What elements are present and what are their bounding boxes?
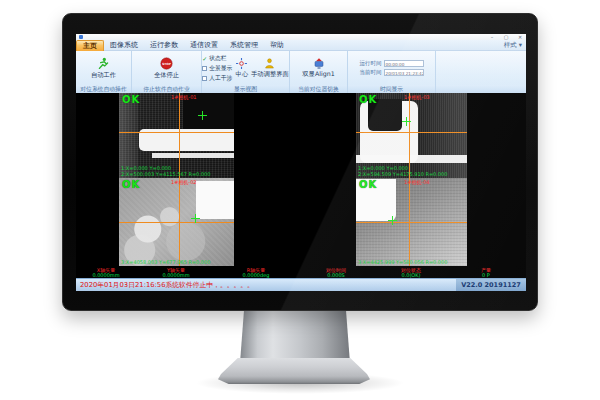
center-label: 中心 (235, 70, 248, 79)
camera-label: 1#相机-03 (404, 94, 430, 100)
camera-view-top-right[interactable]: OK 1#相机-03 1:X=0.000 Y=0.000 2:X=594.509… (356, 93, 467, 178)
coord-line: 3:X=4058.003 Y=677.965 R=0.000 (121, 259, 210, 265)
stat-value: 0.0000mm (162, 273, 189, 278)
align-display-icon (313, 57, 325, 69)
stop-all-label: 全体停止 (154, 71, 179, 80)
dual-display-align-button[interactable]: 双显Align1 (302, 57, 334, 79)
menu-bar: 主页 图像系统 运行参数 通信设置 系统管理 帮助 样式 ▾ (76, 40, 526, 51)
crosshair-horizontal (356, 132, 467, 133)
check-icon: ✓ (202, 56, 207, 61)
result-badge: OK (359, 94, 377, 105)
manual-adjust-label: 手动调整界面 (251, 70, 289, 79)
current-time-label: 当前时间 (360, 69, 382, 76)
desktop-background: – ▢ ✕ 主页 图像系统 运行参数 通信设置 系统管理 帮助 样式 ▾ (0, 0, 600, 400)
mark-cross-icon (198, 111, 207, 120)
camera-view-top-left[interactable]: OK 1#相机-01 1:X=0.000 Y=0.000 2:X=500.003… (119, 93, 234, 178)
stat-yield: 产量 0 P (446, 267, 526, 278)
monitor-stand-neck (240, 305, 350, 363)
camera-label: 1#相机-04 (404, 179, 430, 185)
ribbon-group-time: 运行时间 00:00:00 当前时间 20/01/03 21:23:42 时间显… (348, 51, 436, 93)
manual-adjust-button[interactable]: 手动调整界面 (251, 58, 289, 79)
camera-label: 1#相机-02 (171, 179, 197, 185)
stat-value: 0.0(OK) (401, 273, 420, 278)
ribbon-toolbar: 自动工作 对位系统自动操作 STOP 全体停止 (76, 51, 526, 93)
stat-r-vector: R轴矢量 0.0000deg (216, 267, 296, 278)
status-bar: 2020年01月03日21:16:56系统软件停止中，。。。。。 V22.0 2… (76, 278, 526, 291)
statusbar-checkbox[interactable]: ✓ 状态栏 (202, 54, 232, 63)
ribbon-group-auto: 自动工作 对位系统自动操作 (76, 51, 132, 93)
camera-label: 1#相机-01 (171, 94, 197, 100)
current-time-field[interactable]: 20/01/03 21:23:42 (384, 69, 424, 76)
auto-work-label: 自动工作 (91, 71, 116, 80)
center-button[interactable]: 中心 (235, 58, 248, 79)
mark-cross-icon (388, 216, 397, 225)
ribbon-group-view: ✓ 状态栏 全景显示 人工干涉 (202, 51, 290, 93)
panorama-checkbox[interactable]: 全景显示 (202, 64, 232, 73)
manual-intervene-checkbox-label: 人工干涉 (209, 74, 232, 83)
group-label-auto: 对位系统自动操作 (76, 85, 131, 93)
crosshair-horizontal (119, 222, 234, 223)
stat-value: 0.000S (327, 273, 345, 278)
coord-line: 3:X=4425.999 Y=580.056 R=0.000 (358, 259, 447, 265)
stat-value: 0.0000deg (243, 273, 270, 278)
mark-cross-icon (191, 214, 200, 223)
stat-x-vector: X轴矢量 0.0000mm (76, 267, 136, 278)
target-icon (236, 58, 247, 69)
stat-align-time: 对位时间 0.000S (296, 267, 376, 278)
mark-cross-icon (402, 117, 411, 126)
person-icon (264, 58, 275, 69)
runtime-field[interactable]: 00:00:00 (384, 60, 424, 67)
style-menu[interactable]: 样式 ▾ (504, 41, 526, 50)
result-badge: OK (122, 179, 140, 190)
monitor-stand-base (218, 358, 370, 384)
svg-text:STOP: STOP (162, 61, 172, 65)
camera-grid: OK 1#相机-01 1:X=0.000 Y=0.000 2:X=500.003… (76, 93, 526, 267)
status-message: 2020年01月03日21:16:56系统软件停止中，。。。。。 (76, 280, 456, 290)
manual-intervene-checkbox[interactable]: 人工干涉 (202, 74, 232, 83)
coord-line: 2:X=594.509 Y=4175.910 R=0.000 (358, 171, 447, 177)
result-badge: OK (122, 94, 140, 105)
auto-work-button[interactable]: 自动工作 (91, 57, 116, 80)
statusbar-checkbox-label: 状态栏 (209, 54, 226, 63)
coord-line: 2:X=500.003 Y=4115.567 R=0.000 (121, 171, 210, 177)
part-image-region (152, 153, 234, 158)
tab-system-manage[interactable]: 系统管理 (224, 40, 264, 50)
coordinate-readout: 3:X=4425.999 Y=580.056 R=0.000 (358, 259, 447, 265)
stat-y-vector: Y轴矢量 0.0000mm (136, 267, 216, 278)
tab-image-system[interactable]: 图像系统 (104, 40, 144, 50)
coordinate-readout: 1:X=0.000 Y=0.000 2:X=594.509 Y=4175.910… (358, 165, 447, 177)
runner-icon (97, 57, 110, 70)
coordinate-readout: 3:X=4058.003 Y=677.965 R=0.000 (121, 259, 210, 265)
group-label-aligner: 当前对位器切换 (290, 85, 347, 93)
stop-icon: STOP (160, 57, 173, 70)
part-image-region (196, 181, 234, 219)
ribbon-group-aligner: 双显Align1 当前对位器切换 (290, 51, 348, 93)
tab-help[interactable]: 帮助 (264, 40, 290, 50)
stat-align-status: 对位状态 0.0(OK) (376, 267, 446, 278)
application-window: – ▢ ✕ 主页 图像系统 运行参数 通信设置 系统管理 帮助 样式 ▾ (76, 34, 526, 291)
part-image-region (356, 155, 467, 163)
crosshair-horizontal (119, 132, 234, 133)
group-label-time: 时间显示 (348, 85, 435, 93)
group-label-stop: 停止软件自动作业 (132, 85, 201, 93)
view-options: ✓ 状态栏 全景显示 人工干涉 (202, 54, 232, 83)
tab-home[interactable]: 主页 (76, 40, 104, 51)
ribbon-filler (436, 51, 526, 93)
camera-view-bottom-left[interactable]: OK 1#相机-02 3:X=4058.003 Y=677.965 R=0.00… (119, 178, 234, 266)
checkbox-icon (202, 66, 207, 71)
panorama-checkbox-label: 全景显示 (209, 64, 232, 73)
crosshair-horizontal (356, 222, 467, 223)
runtime-label: 运行时间 (360, 60, 382, 67)
monitor-bezel: – ▢ ✕ 主页 图像系统 运行参数 通信设置 系统管理 帮助 样式 ▾ (62, 13, 538, 311)
group-label-view: 显示视图 (202, 85, 289, 93)
coordinate-readout: 1:X=0.000 Y=0.000 2:X=500.003 Y=4115.567… (121, 165, 210, 177)
ribbon-group-stop: STOP 全体停止 停止软件自动作业 (132, 51, 202, 93)
camera-view-bottom-right[interactable]: OK 1#相机-04 3:X=4425.999 Y=580.056 R=0.00… (356, 178, 467, 266)
stop-all-button[interactable]: STOP 全体停止 (154, 57, 179, 80)
stat-value: 0 P (482, 273, 490, 278)
alignment-stats-row: X轴矢量 0.0000mm Y轴矢量 0.0000mm R轴矢量 0.0000d… (76, 267, 526, 278)
tab-comm-settings[interactable]: 通信设置 (184, 40, 224, 50)
result-badge: OK (359, 179, 377, 190)
tab-run-params[interactable]: 运行参数 (144, 40, 184, 50)
checkbox-icon (202, 76, 207, 81)
